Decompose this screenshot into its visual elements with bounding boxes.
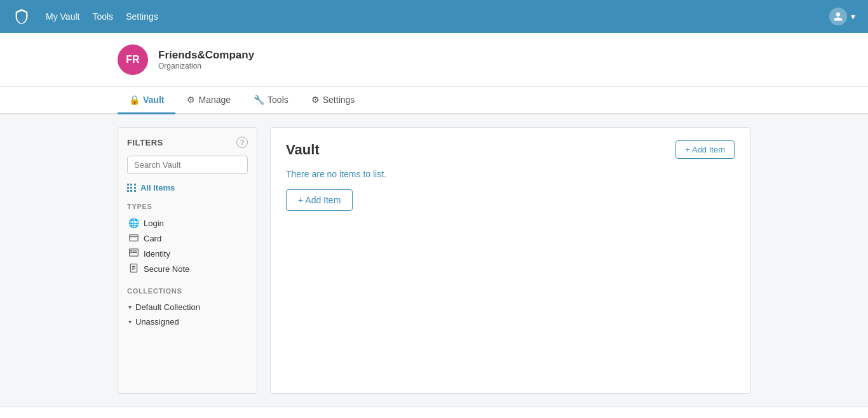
- tab-vault-label: Vault: [143, 95, 164, 105]
- svg-rect-0: [129, 235, 137, 241]
- collection-arrow-icon: ▾: [128, 304, 132, 311]
- globe-icon: 🌐: [128, 218, 139, 228]
- collection-unassigned[interactable]: ▾ Unassigned: [127, 314, 248, 329]
- settings-icon: ⚙: [311, 95, 320, 105]
- add-item-center-button[interactable]: + Add Item: [286, 189, 353, 211]
- add-item-top-button[interactable]: + Add Item: [675, 140, 735, 159]
- login-label: Login: [144, 219, 164, 228]
- navbar-settings[interactable]: Settings: [126, 11, 158, 22]
- identity-icon: [128, 248, 139, 259]
- manage-icon: ⚙: [187, 95, 195, 105]
- navbar-left: My Vault Tools Settings: [13, 8, 158, 25]
- grid-icon: [127, 184, 136, 192]
- person-icon: [833, 11, 843, 22]
- tab-manage[interactable]: ⚙ Manage: [175, 87, 242, 114]
- main-content: FILTERS ? All Items TYPES 🌐 Login: [0, 114, 868, 407]
- org-name: Friends&Company: [158, 49, 254, 62]
- card-icon: [128, 233, 139, 243]
- vault-title: Vault: [286, 142, 320, 158]
- default-collection-label: Default Collection: [135, 302, 200, 312]
- collections-section-label: COLLECTIONS: [127, 287, 248, 295]
- sidebar-item-login[interactable]: 🌐 Login: [127, 215, 248, 231]
- sidebar-header: FILTERS ?: [127, 137, 248, 148]
- vault-panel: Vault + Add Item There are no items to l…: [270, 127, 750, 394]
- collection-default[interactable]: ▾ Default Collection: [127, 300, 248, 314]
- tab-settings-label: Settings: [323, 95, 355, 105]
- sidebar: FILTERS ? All Items TYPES 🌐 Login: [118, 127, 257, 394]
- tools-icon: 🔧: [254, 95, 264, 105]
- filters-title: FILTERS: [127, 138, 163, 147]
- svg-point-5: [130, 250, 132, 253]
- navbar-links: My Vault Tools Settings: [46, 11, 158, 22]
- tab-manage-label: Manage: [198, 95, 231, 105]
- vault-panel-header: Vault + Add Item: [286, 140, 735, 159]
- org-info: Friends&Company Organization: [158, 49, 254, 71]
- secure-note-label: Secure Note: [144, 264, 189, 274]
- card-label: Card: [144, 234, 161, 243]
- bitwarden-logo-icon: [13, 8, 31, 25]
- sidebar-item-card[interactable]: Card: [127, 231, 248, 246]
- unassigned-label: Unassigned: [135, 317, 179, 327]
- navbar: My Vault Tools Settings ▾: [0, 0, 868, 33]
- no-items-message: There are no items to list.: [286, 169, 735, 179]
- user-avatar-icon: [829, 8, 847, 25]
- types-section-label: TYPES: [127, 203, 248, 210]
- org-type: Organization: [158, 62, 254, 71]
- navbar-my-vault[interactable]: My Vault: [46, 11, 79, 22]
- tab-tools[interactable]: 🔧 Tools: [242, 87, 300, 114]
- navbar-tools[interactable]: Tools: [92, 11, 113, 22]
- note-icon: [128, 264, 139, 274]
- sub-nav: 🔒 Vault ⚙ Manage 🔧 Tools ⚙ Settings: [0, 87, 868, 114]
- search-input[interactable]: [127, 156, 248, 174]
- help-button[interactable]: ?: [236, 137, 248, 148]
- all-items-link[interactable]: All Items: [127, 182, 248, 194]
- unassigned-arrow-icon: ▾: [128, 318, 132, 325]
- footer: © 2019, 8bit Solutions LLC Activate Wind…: [0, 407, 868, 418]
- collections-section: COLLECTIONS ▾ Default Collection ▾ Unass…: [127, 287, 248, 329]
- lock-icon: 🔒: [129, 95, 140, 105]
- tab-vault[interactable]: 🔒 Vault: [118, 87, 175, 114]
- org-header: FR Friends&Company Organization: [0, 33, 868, 87]
- org-avatar: FR: [118, 44, 148, 75]
- all-items-label: All Items: [140, 183, 175, 192]
- identity-label: Identity: [144, 249, 170, 259]
- user-caret: ▾: [851, 11, 855, 22]
- tab-tools-label: Tools: [268, 95, 288, 105]
- sidebar-item-identity[interactable]: Identity: [127, 246, 248, 261]
- sidebar-item-secure-note[interactable]: Secure Note: [127, 261, 248, 277]
- tab-settings[interactable]: ⚙ Settings: [300, 87, 367, 114]
- navbar-user-menu[interactable]: ▾: [829, 8, 855, 25]
